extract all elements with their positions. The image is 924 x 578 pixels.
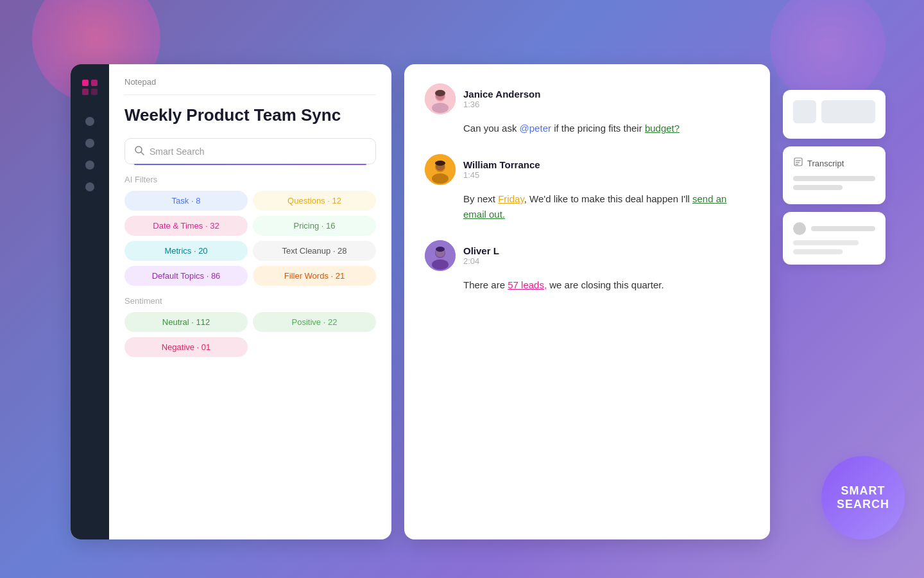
bar-indicator-3 (793, 249, 843, 254)
chat-time-william: 1:45 (463, 170, 540, 180)
chat-time-oliver: 2:04 (463, 256, 499, 266)
transcript-bar-2 (793, 185, 843, 190)
sidebar-dot-4[interactable] (85, 182, 94, 191)
link-budget[interactable]: budget? (645, 123, 680, 134)
right-panel: Transcript SMART SEARCH (783, 64, 886, 539)
svg-line-5 (141, 152, 144, 155)
chat-name-janice: Janice Anderson (463, 89, 540, 100)
chat-body-2: By next Friday, We'd like to make this d… (425, 191, 749, 222)
filter-pill-datetime[interactable]: Date & Times · 32 (124, 216, 248, 236)
bar-indicator-2 (793, 240, 859, 245)
chat-panel: Janice Anderson 1:36 Can you ask @peter … (404, 64, 770, 539)
placeholder-rect-2 (821, 100, 875, 123)
svg-rect-0 (82, 80, 89, 86)
avatar-oliver (425, 240, 456, 271)
chat-name-oliver: Oliver L (463, 245, 499, 256)
filter-pill-pricing[interactable]: Pricing · 16 (253, 216, 376, 236)
svg-point-10 (435, 90, 445, 96)
filter-pill-fillerwords[interactable]: Filler Words · 21 (253, 266, 376, 286)
chat-meta-2: William Torrance 1:45 (463, 159, 540, 180)
dot-indicator (793, 222, 806, 235)
smart-search-line1: SMART (841, 484, 886, 498)
chat-message-1: Janice Anderson 1:36 Can you ask @peter … (425, 83, 749, 136)
notepad-flex: Notepad Weekly Product Team Sync Smart S… (71, 64, 391, 539)
ai-filters-label: AI Filters (124, 175, 376, 184)
svg-point-8 (432, 103, 449, 113)
chat-header-3: Oliver L 2:04 (425, 240, 749, 271)
link-friday[interactable]: Friday (498, 193, 524, 204)
sentiment-neutral[interactable]: Neutral · 112 (124, 312, 248, 332)
mention-peter: @peter (520, 123, 551, 134)
transcript-bar-1 (793, 176, 875, 181)
chat-header-2: William Torrance 1:45 (425, 154, 749, 185)
sentiment-negative[interactable]: Negative · 01 (124, 337, 248, 357)
filter-pill-questions[interactable]: Questions · 12 (253, 191, 376, 211)
chat-body-3: There are 57 leads, we are closing this … (425, 277, 749, 293)
chat-time-janice: 1:36 (463, 100, 540, 109)
smart-search-circle[interactable]: SMART SEARCH (821, 456, 905, 539)
filter-pill-task[interactable]: Task · 8 (124, 191, 248, 211)
svg-rect-3 (91, 89, 98, 95)
chat-body-1: Can you ask @peter if the pricing fits t… (425, 121, 749, 136)
svg-point-18 (432, 259, 449, 270)
transcript-icon (793, 157, 803, 170)
svg-point-20 (436, 247, 445, 252)
smart-search-circle-wrap: SMART SEARCH (783, 456, 886, 539)
chat-name-william: William Torrance (463, 159, 540, 170)
placeholder-block-mid (783, 212, 886, 265)
sidebar-dot-1[interactable] (85, 117, 94, 126)
svg-point-15 (435, 161, 445, 166)
chat-meta-1: Janice Anderson 1:36 (463, 89, 540, 109)
sentiment-positive[interactable]: Positive · 22 (253, 312, 376, 332)
chat-message-3: Oliver L 2:04 There are 57 leads, we are… (425, 240, 749, 293)
sidebar-dot-2[interactable] (85, 139, 94, 148)
placeholder-rect-1 (793, 100, 816, 123)
chat-meta-3: Oliver L 2:04 (463, 245, 499, 266)
notepad-section-label: Notepad (124, 77, 376, 95)
bar-indicator-1 (811, 226, 875, 231)
chat-header-1: Janice Anderson 1:36 (425, 83, 749, 114)
ai-filters-grid: Task · 8 Questions · 12 Date & Times · 3… (124, 191, 376, 286)
smart-search-bar[interactable]: Smart Search (124, 138, 376, 164)
avatar-janice (425, 83, 456, 114)
placeholder-block-top (783, 90, 886, 139)
sentiment-label: Sentiment (124, 296, 376, 306)
transcript-header: Transcript (793, 157, 875, 170)
search-placeholder-text: Smart Search (150, 146, 205, 157)
sidebar-dot-3[interactable] (85, 161, 94, 170)
main-container: Notepad Weekly Product Team Sync Smart S… (71, 64, 886, 539)
svg-rect-1 (82, 89, 89, 95)
app-logo[interactable] (80, 77, 100, 98)
chat-message-2: William Torrance 1:45 By next Friday, We… (425, 154, 749, 222)
filter-pill-metrics[interactable]: Metrics · 20 (124, 241, 248, 261)
transcript-label-text: Transcript (807, 159, 844, 168)
notepad-title: Weekly Product Team Sync (124, 105, 376, 125)
filter-pill-defaulttopics[interactable]: Default Topics · 86 (124, 266, 248, 286)
sentiment-grid: Neutral · 112 Positive · 22 (124, 312, 376, 332)
avatar-william (425, 154, 456, 185)
link-leads[interactable]: 57 leads, (508, 279, 547, 290)
filter-pill-textcleanup[interactable]: Text Cleanup · 28 (253, 241, 376, 261)
search-icon (134, 145, 144, 157)
notepad-content: Notepad Weekly Product Team Sync Smart S… (109, 64, 391, 539)
svg-point-13 (432, 173, 449, 184)
notepad-panel: Notepad Weekly Product Team Sync Smart S… (71, 64, 391, 539)
svg-rect-2 (91, 80, 98, 86)
smart-search-line2: SEARCH (837, 498, 889, 511)
transcript-block: Transcript (783, 146, 886, 204)
sidebar (71, 64, 109, 539)
sentiment-section: Sentiment Neutral · 112 Positive · 22 Ne… (124, 296, 376, 357)
